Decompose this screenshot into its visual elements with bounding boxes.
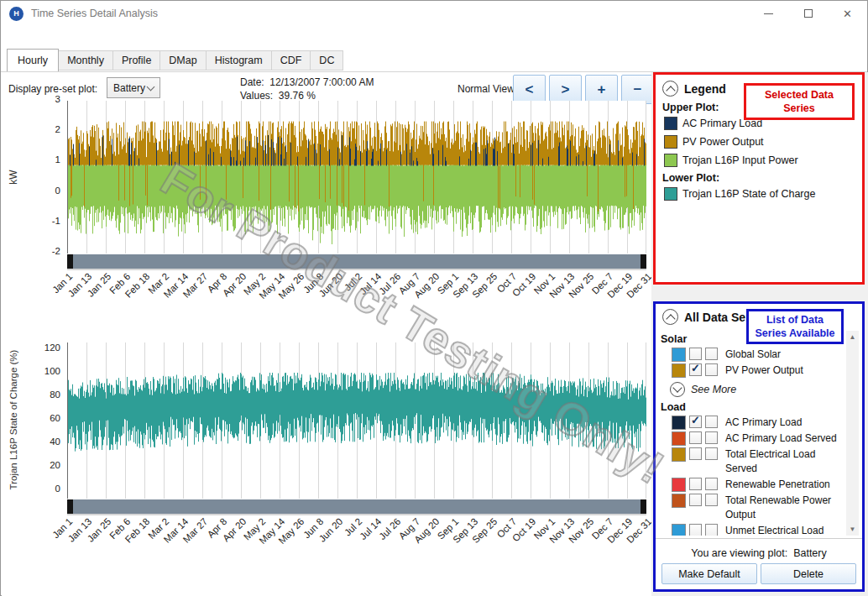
legend-item-label: Trojan L16P State of Charge (682, 188, 815, 200)
window-title: Time Series Detail Analysis (31, 8, 158, 19)
viewing-plot-status: You are viewing plot: Battery (656, 547, 862, 559)
lower-plot-checkbox[interactable] (705, 431, 718, 444)
upper-plot-checkbox[interactable] (689, 494, 702, 506)
preset-plot-dropdown[interactable]: Battery (107, 77, 160, 98)
upper-plot-checkbox[interactable] (689, 431, 702, 444)
series-label: Total Renewable Power Output (725, 494, 839, 522)
right-sidebar: Legend Selected Data Series Upper Plot: … (651, 72, 868, 596)
series-color-swatch[interactable] (672, 494, 686, 508)
lower-range-scrollbar[interactable] (67, 499, 646, 514)
range-handle-right[interactable] (641, 254, 646, 269)
y-tick-label: 120 (30, 342, 60, 353)
values-value: 39.76 % (279, 90, 316, 102)
series-row: AC Primary Load (660, 415, 844, 431)
upper-range-scrollbar[interactable] (67, 254, 646, 269)
series-color-swatch[interactable] (672, 524, 686, 536)
series-label: PV Power Output (725, 363, 839, 378)
series-label: Renewable Penetration (725, 478, 839, 492)
app-logo-icon: H (9, 7, 24, 21)
lower-plot-checkbox[interactable] (705, 348, 718, 360)
upper-plot-checkbox[interactable] (689, 363, 702, 376)
range-handle-left[interactable] (67, 254, 73, 269)
tab-dc[interactable]: DC (310, 50, 343, 71)
upper-plot-checkbox[interactable] (689, 447, 702, 460)
legend-color-swatch (664, 187, 677, 201)
maximize-icon (804, 9, 813, 18)
maximize-button[interactable] (788, 1, 828, 26)
date-label: Date: (240, 76, 264, 88)
series-color-swatch[interactable] (672, 478, 686, 492)
zoom-out-button[interactable]: − (621, 75, 654, 104)
see-more-button[interactable]: See More (670, 382, 844, 397)
scroll-down-icon[interactable]: ▼ (846, 523, 859, 536)
legend-item-label: Trojan L16P Input Power (682, 154, 798, 166)
range-handle-right[interactable] (641, 499, 646, 514)
y-tick-label: 0 (30, 484, 60, 494)
y-tick-label: 3 (30, 94, 60, 104)
series-label: Total Electrical Load Served (725, 447, 839, 476)
series-row: Unmet Electrical Load (660, 523, 844, 536)
collapse-chevron-up-icon[interactable] (662, 81, 678, 97)
minimize-button[interactable] (749, 1, 788, 26)
preset-plot-value: Battery (113, 82, 145, 94)
chart-area: Display pre-set plot: Battery Date: 12/1… (2, 72, 651, 596)
legend-color-swatch (664, 117, 677, 130)
lower-plot-svg[interactable] (67, 342, 646, 499)
collapse-chevron-up-icon[interactable] (662, 309, 678, 325)
series-color-swatch[interactable] (672, 348, 686, 362)
viewing-plot-label: You are viewing plot: (691, 547, 787, 559)
series-color-swatch[interactable] (672, 447, 686, 462)
legend-item: PV Power Output (664, 135, 855, 149)
upper-x-tick-labels: Jan 1Jan 13Jan 25Feb 6Feb 18Mar 2Mar 14M… (2, 271, 651, 315)
upper-y-axis-label: kW (8, 101, 19, 254)
tab-hourly[interactable]: Hourly (7, 49, 59, 71)
upper-plot-checkbox[interactable] (689, 416, 702, 428)
tab-histogram[interactable]: Histogram (206, 50, 272, 71)
series-color-swatch[interactable] (672, 416, 686, 430)
close-button[interactable]: ✕ (828, 1, 867, 26)
upper-plot-svg[interactable] (67, 101, 646, 254)
pan-right-button[interactable]: > (549, 75, 582, 104)
series-list-scrollbar[interactable]: ▲ ▼ (846, 331, 859, 536)
y-tick-label: 40 (30, 437, 60, 447)
lower-plot-checkbox[interactable] (705, 524, 718, 536)
lower-plot-checkbox[interactable] (705, 416, 718, 428)
lower-plot-label: Lower Plot: (662, 172, 855, 184)
legend-item: Trojan L16P Input Power (664, 154, 855, 167)
lower-plot-checkbox[interactable] (705, 363, 718, 376)
scroll-up-icon[interactable]: ▲ (846, 331, 859, 343)
chevron-down-icon (670, 382, 685, 397)
chevron-down-icon (147, 82, 155, 91)
y-tick-label: 100 (30, 366, 60, 376)
tab-cdf[interactable]: CDF (271, 50, 311, 71)
legend-title: Legend (684, 82, 726, 96)
range-handle-left[interactable] (67, 499, 73, 514)
series-row: Total Electrical Load Served (660, 447, 844, 477)
make-default-button[interactable]: Make Default (661, 563, 757, 584)
tab-monthly[interactable]: Monthly (58, 50, 113, 71)
legend-color-swatch (664, 135, 677, 149)
pan-left-button[interactable]: < (513, 75, 546, 104)
series-color-swatch[interactable] (672, 431, 686, 446)
upper-plot-checkbox[interactable] (689, 524, 702, 536)
lower-plot-checkbox[interactable] (705, 447, 718, 460)
series-list: SolarGlobal SolarPV Power OutputSee More… (660, 331, 844, 536)
legend-lower-items: Trojan L16P State of Charge (662, 187, 855, 201)
tab-dmap[interactable]: DMap (159, 50, 206, 71)
viewing-plot-value: Battery (793, 547, 827, 559)
view-mode-label: Normal View (458, 83, 515, 95)
series-group-name: Load (661, 401, 844, 413)
series-label: Global Solar (725, 348, 839, 362)
series-row: Total Renewable Power Output (660, 493, 844, 523)
zoom-in-button[interactable]: + (585, 75, 618, 104)
delete-button[interactable]: Delete (761, 563, 856, 584)
y-tick-label: 1 (30, 154, 60, 165)
lower-plot-checkbox[interactable] (705, 478, 718, 490)
tab-profile[interactable]: Profile (112, 50, 160, 71)
series-color-swatch[interactable] (672, 363, 686, 378)
y-tick-label: 20 (30, 460, 60, 470)
upper-plot-checkbox[interactable] (689, 348, 702, 360)
upper-plot-checkbox[interactable] (689, 478, 702, 490)
preset-plot-label: Display pre-set plot: (8, 83, 97, 95)
lower-plot-checkbox[interactable] (705, 494, 718, 506)
